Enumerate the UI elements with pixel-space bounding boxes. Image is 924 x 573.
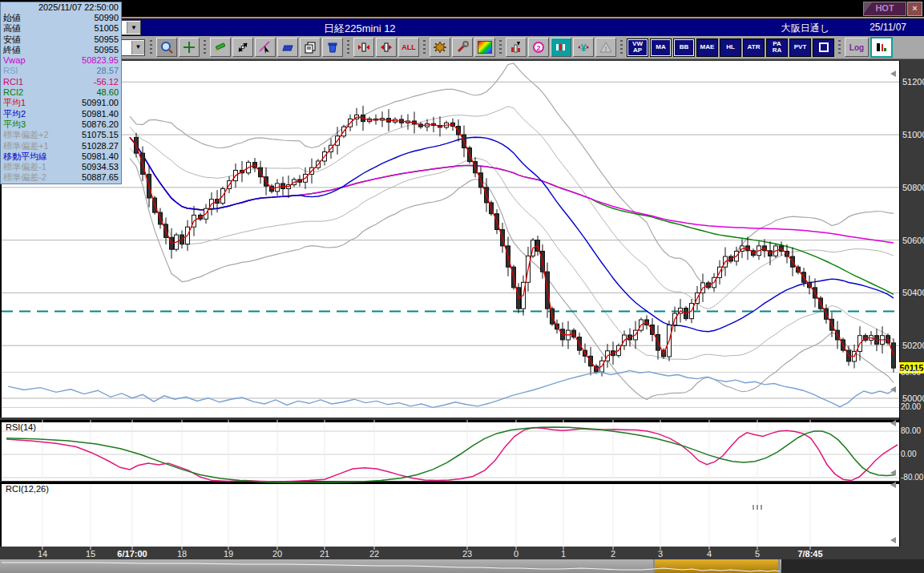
eraser-button[interactable] — [277, 38, 298, 57]
quote-label: 標準偏差+2 — [3, 130, 49, 140]
quote-row: Vwap50823.95 — [1, 55, 121, 66]
grip-handle[interactable] — [620, 40, 623, 54]
chart-canvas[interactable] — [0, 59, 924, 573]
yen-button[interactable]: ¥ — [573, 38, 594, 57]
quote-panel: 2025/11/07 22:50:00 始値50990高値51005安値5095… — [0, 2, 122, 184]
grip-handle[interactable] — [423, 40, 426, 54]
quote-value: 50991.00 — [82, 98, 119, 108]
columns-icon — [555, 41, 567, 54]
yen-icon: ¥ — [577, 41, 590, 54]
time-axis-label: 6/17:00 — [117, 549, 147, 559]
draw-pencil-button[interactable] — [210, 38, 231, 57]
quote-row: 平均350876.20 — [1, 119, 121, 130]
atr-button[interactable]: ATR — [743, 38, 765, 57]
price-axis-label: 51000 — [902, 130, 924, 139]
rci-axis-label: 80.00 — [901, 426, 921, 435]
price-axis-label: 50600 — [902, 236, 924, 245]
quote-value: 50955 — [94, 34, 119, 45]
quote-value: 50934.53 — [82, 162, 119, 172]
chart-mode-button[interactable] — [870, 37, 893, 58]
log-button[interactable]: Log — [845, 38, 869, 57]
time-axis-label: 1 — [561, 549, 566, 559]
quote-row: 平均150991.00 — [1, 98, 121, 108]
session-label: 大阪日通し — [781, 22, 829, 35]
trendline-button[interactable] — [232, 38, 253, 57]
quote-label: RSI — [3, 66, 18, 76]
grip-handle[interactable] — [150, 40, 152, 54]
quote-value: 50981.40 — [82, 109, 119, 119]
chevron-down-icon[interactable]: ▼ — [127, 22, 140, 34]
quote-label: 標準偏差+1 — [3, 141, 49, 151]
board-button[interactable] — [551, 38, 571, 57]
settings-gear-button[interactable] — [430, 38, 450, 57]
rainbow-icon — [478, 41, 492, 54]
grip-handle[interactable] — [838, 40, 841, 54]
quote-row: RSI28.57 — [1, 66, 121, 76]
time-axis-label: 14 — [38, 549, 47, 559]
time-axis-label: 23 — [462, 549, 472, 559]
quote-row: 標準偏差-250887.65 — [1, 172, 121, 183]
price-axis-label: 50000 — [902, 393, 924, 403]
candle-wide-button[interactable] — [376, 38, 397, 57]
tools-wrench-button[interactable] — [452, 38, 473, 57]
price-axis-label: 50400 — [902, 288, 924, 297]
color-rainbow-button[interactable] — [474, 38, 495, 57]
time-axis-label: 2 — [611, 549, 615, 559]
time-axis-label: 19 — [224, 549, 233, 559]
quote-row: 終値50955 — [1, 45, 121, 55]
title-bar[interactable]: チャート:1112512/O HOT × — [0, 0, 924, 17]
grip-handle[interactable] — [347, 40, 349, 54]
quote-label: 高値 — [3, 23, 21, 34]
vwap-button[interactable]: VW AP — [627, 38, 648, 57]
time-axis-label: 15 — [86, 549, 95, 559]
time-axis-label: 18 — [177, 549, 187, 559]
pvt-button[interactable]: PVT — [789, 38, 811, 57]
secondary-chart-button[interactable]: 2 — [528, 38, 549, 57]
bb-button[interactable]: BB — [673, 38, 695, 57]
rci-axis-label: -80.00 — [901, 473, 923, 482]
close-icon[interactable]: × — [907, 2, 922, 16]
crosshair-button[interactable] — [179, 38, 200, 57]
quote-label: RCI1 — [3, 77, 23, 87]
copy-button[interactable] — [300, 38, 321, 57]
wrench-icon — [456, 41, 469, 54]
quote-label: 平均2 — [3, 109, 26, 119]
quote-value: 51075.15 — [82, 130, 119, 140]
chevron-down-icon[interactable]: ▼ — [131, 41, 144, 54]
mae-button[interactable]: MAE — [696, 38, 718, 57]
quote-row: 始値50990 — [1, 13, 121, 23]
delete-button[interactable] — [322, 38, 343, 57]
rsi-axis-label: 20.00 — [901, 402, 921, 411]
ma-button[interactable]: MA — [650, 38, 672, 57]
rci-panel-title: RCI(12,26) — [6, 484, 49, 494]
time-axis-label: 3 — [658, 549, 663, 559]
quote-value: 50823.95 — [82, 55, 119, 66]
grip-handle[interactable] — [204, 40, 206, 54]
circle-2-icon: 2 — [532, 41, 545, 54]
show-all-button[interactable]: ALL — [398, 38, 419, 57]
para-button[interactable]: PA RA — [766, 38, 788, 57]
candle-narrow-button[interactable] — [353, 38, 374, 57]
zoom-button[interactable] — [156, 38, 177, 57]
hot-button[interactable]: HOT — [863, 2, 906, 16]
magnifier-icon — [160, 41, 173, 54]
quote-value: 50955 — [94, 45, 119, 55]
alert-warning-button[interactable]: ! — [595, 38, 616, 57]
select-arrow-button[interactable] — [255, 38, 276, 57]
trash-icon — [326, 41, 339, 54]
grip-handle[interactable] — [499, 40, 502, 54]
copy-icon — [304, 41, 317, 54]
data-download-button[interactable] — [506, 38, 527, 57]
quote-timestamp: 2025/11/07 22:50:00 — [1, 2, 121, 13]
hl-button[interactable]: HL — [720, 38, 741, 57]
quote-value: 51005 — [94, 23, 119, 34]
time-axis-label: 0 — [514, 549, 518, 559]
mini-chart-icon — [876, 42, 887, 53]
candle-wide-icon — [380, 41, 393, 54]
quote-label: RCI2 — [3, 87, 23, 98]
date-label: 25/11/07 — [870, 22, 906, 33]
frame-button[interactable] — [813, 38, 834, 57]
time-axis-label: 7/8:45 — [797, 549, 822, 559]
time-axis-label: 22 — [369, 549, 379, 559]
quote-row: 高値51005 — [1, 23, 121, 34]
